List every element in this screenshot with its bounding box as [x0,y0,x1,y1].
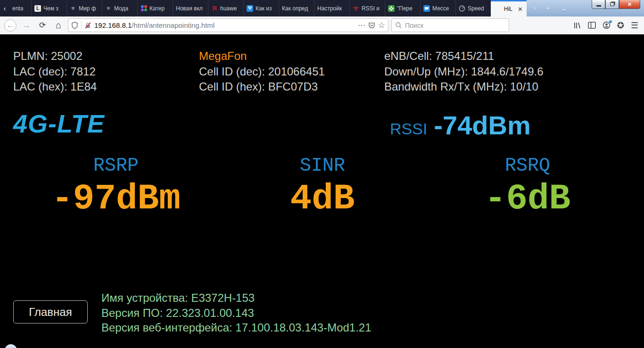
notification-dot [609,20,612,23]
browser-titlebar: ‹ enta L Чем з ⚜ Мир ф ⚜ Мода Катер [0,0,644,17]
tab-4[interactable]: Катер [137,0,173,17]
operator-name: MegaFon [199,49,325,64]
letter-l-icon: L [34,5,41,12]
tab-label: Как опред [282,5,308,12]
messenger-icon [423,5,430,12]
sinr-label: SINR [228,155,417,176]
url-host: 192.168.8.1 [94,21,132,29]
reload-button[interactable]: ⟳ [36,19,49,32]
tab-5[interactable]: Новая вкл [173,0,208,17]
tab-label: Катер [149,5,165,12]
account-icon[interactable] [603,21,611,29]
green-pinwheel-icon [388,5,395,12]
toolbar-right-icons: ✪ ☰ [573,20,640,31]
rssi-label: RSSI [390,120,427,138]
tab-label: Настройк [317,5,342,12]
cell-info-column-2: MegaFon Cell ID (dec): 201066451 Cell ID… [199,49,325,95]
sinr-value: 4dB [228,180,417,218]
cell-id-dec-value: Cell ID (dec): 201066451 [199,64,325,80]
tab-13[interactable]: Speed [455,0,491,17]
rsrp-label: RSRP [22,155,210,176]
address-bar[interactable]: 192.168.8.1/html/antennapointing.html ⋯ … [68,18,388,32]
antenna-icon: Ψ [247,5,253,12]
extension-icon[interactable]: ✪ [617,20,624,31]
crest-icon: ⚜ [105,5,112,12]
tab-label: "Пере [397,5,413,12]
tab-label: Speed [468,5,484,12]
yandex-icon: Я [211,5,218,12]
tab-12[interactable]: Мессе [420,0,455,17]
bandwidth-value: Bandwidth Rx/Tx (MHz): 10/10 [384,79,544,95]
restore-button[interactable] [605,0,619,9]
minimize-button[interactable] [592,0,605,9]
crest-icon: ⚜ [70,5,76,12]
tab-scroll-right-button[interactable]: › [530,4,538,13]
tab-7[interactable]: Ψ Как из [243,0,279,17]
close-tab-icon[interactable]: ✕ [517,6,524,13]
navigation-toolbar: ← → ⟳ ⌂ 192.168.8.1/html/antennapointing… [0,17,644,34]
urlbar-separator [81,21,82,30]
gauge-icon [459,5,465,12]
plmn-value: PLMN: 25002 [13,49,97,64]
tab-10[interactable]: RSSI и [349,0,385,17]
tab-label: Как из [256,5,272,12]
close-button[interactable]: ✕ [619,0,640,9]
rssi-block: RSSI -74dBm [390,110,531,141]
tab-3[interactable]: ⚜ Мода [102,0,137,17]
tab-label: enta [12,5,23,12]
network-mode: 4G-LTE [13,109,105,138]
bookmark-star-icon[interactable]: ☆ [378,20,385,30]
device-info: Имя устройства: E3372H-153 Версия ПО: 22… [101,290,372,335]
new-tab-button[interactable]: + [543,4,553,13]
tab-8[interactable]: Как опред [279,0,314,17]
tab-strip: ‹ enta L Чем з ⚜ Мир ф ⚜ Мода Катер [0,0,527,17]
browser-window: ‹ enta L Чем з ⚜ Мир ф ⚜ Мода Катер [0,0,644,348]
metric-rsrp: RSRP -97dBm [22,155,210,218]
home-page-button[interactable]: Главная [13,300,88,323]
lac-dec-value: LAC (dec): 7812 [13,64,97,80]
library-icon[interactable] [573,22,581,29]
rssi-value: -74dBm [434,110,530,141]
forward-button[interactable]: → [20,19,33,32]
tab-actions: › + ⌄ [527,0,574,17]
shield-icon[interactable] [71,22,78,29]
rsrq-label: RSRQ [433,155,622,176]
rsrq-value: -6dB [433,180,622,218]
tab-9[interactable]: Настройк [314,0,349,17]
tab-11[interactable]: "Пере [385,0,420,17]
corner-circle-widget[interactable] [5,344,17,348]
home-button-toolbar[interactable]: ⌂ [52,19,65,32]
url-path: /html/antennapointing.html [132,21,215,29]
pocket-icon[interactable] [368,22,375,29]
rsrp-value: -97dBm [22,180,210,218]
device-name: Имя устройства: E3372H-153 [101,290,372,306]
tab-0[interactable]: enta [9,0,31,17]
cell-id-hex-value: Cell ID (hex): BFC07D3 [199,79,325,95]
tab-6[interactable]: Я huawe [208,0,243,17]
enb-cell-value: eNB/Cell: 785415/211 [384,49,544,64]
search-icon [395,22,402,29]
page-actions-icon[interactable]: ⋯ [358,21,365,30]
url-text[interactable]: 192.168.8.1/html/antennapointing.html [94,21,355,29]
cell-info-column-1: PLMN: 25002 LAC (dec): 7812 LAC (hex): 1… [13,49,97,95]
cell-info-column-3: eNB/Cell: 785415/211 Down/Up (MHz): 1844… [384,49,544,95]
insecure-lock-icon[interactable] [84,22,91,29]
page-content: PLMN: 25002 LAC (dec): 7812 LAC (hex): 1… [0,34,644,348]
tab-label: huawe [220,5,237,12]
tab-scroll-left-button[interactable]: ‹ [0,0,9,17]
tab-label: Мода [114,5,128,12]
firmware-version: Версия ПО: 22.323.01.00.143 [101,306,372,321]
tab-list-dropdown-button[interactable]: ⌄ [558,4,570,13]
search-input[interactable] [405,22,505,29]
hamburger-menu-icon[interactable]: ☰ [631,20,638,31]
tab-active[interactable]: HiL ✕ [491,0,527,17]
metric-rsrq: RSRQ -6dB [433,155,622,218]
search-bar[interactable] [391,18,509,32]
lac-hex-value: LAC (hex): 1E84 [13,79,97,95]
metric-sinr: SINR 4dB [228,155,417,218]
tab-2[interactable]: ⚜ Мир ф [66,0,102,17]
sidebar-icon[interactable] [588,22,596,29]
tab-1[interactable]: L Чем з [31,0,66,17]
red-wifi-icon [353,5,359,12]
back-button[interactable]: ← [4,19,17,32]
